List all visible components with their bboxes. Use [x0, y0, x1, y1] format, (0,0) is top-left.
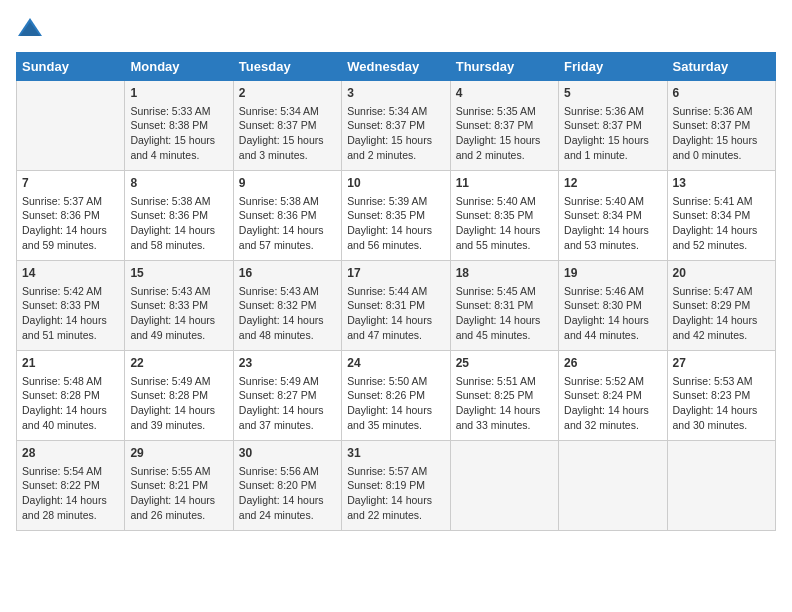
calendar-cell: 30Sunrise: 5:56 AMSunset: 8:20 PMDayligh…: [233, 441, 341, 531]
day-number: 9: [239, 175, 336, 192]
calendar-cell: 4Sunrise: 5:35 AMSunset: 8:37 PMDaylight…: [450, 81, 558, 171]
calendar-cell: [667, 441, 775, 531]
day-number: 17: [347, 265, 444, 282]
calendar-cell: 21Sunrise: 5:48 AMSunset: 8:28 PMDayligh…: [17, 351, 125, 441]
logo: [16, 16, 48, 40]
day-number: 11: [456, 175, 553, 192]
cell-content: Sunrise: 5:46 AMSunset: 8:30 PMDaylight:…: [564, 284, 661, 343]
calendar-cell: 23Sunrise: 5:49 AMSunset: 8:27 PMDayligh…: [233, 351, 341, 441]
calendar-cell: 27Sunrise: 5:53 AMSunset: 8:23 PMDayligh…: [667, 351, 775, 441]
calendar-cell: 11Sunrise: 5:40 AMSunset: 8:35 PMDayligh…: [450, 171, 558, 261]
weekday-header-tuesday: Tuesday: [233, 53, 341, 81]
calendar-cell: 24Sunrise: 5:50 AMSunset: 8:26 PMDayligh…: [342, 351, 450, 441]
cell-content: Sunrise: 5:49 AMSunset: 8:27 PMDaylight:…: [239, 374, 336, 433]
calendar-cell: [17, 81, 125, 171]
cell-content: Sunrise: 5:57 AMSunset: 8:19 PMDaylight:…: [347, 464, 444, 523]
cell-content: Sunrise: 5:39 AMSunset: 8:35 PMDaylight:…: [347, 194, 444, 253]
cell-content: Sunrise: 5:43 AMSunset: 8:32 PMDaylight:…: [239, 284, 336, 343]
calendar-cell: 3Sunrise: 5:34 AMSunset: 8:37 PMDaylight…: [342, 81, 450, 171]
weekday-header-friday: Friday: [559, 53, 667, 81]
weekday-header-saturday: Saturday: [667, 53, 775, 81]
calendar-table: SundayMondayTuesdayWednesdayThursdayFrid…: [16, 52, 776, 531]
weekday-header-monday: Monday: [125, 53, 233, 81]
cell-content: Sunrise: 5:38 AMSunset: 8:36 PMDaylight:…: [130, 194, 227, 253]
calendar-cell: 5Sunrise: 5:36 AMSunset: 8:37 PMDaylight…: [559, 81, 667, 171]
calendar-cell: [559, 441, 667, 531]
calendar-cell: 26Sunrise: 5:52 AMSunset: 8:24 PMDayligh…: [559, 351, 667, 441]
day-number: 16: [239, 265, 336, 282]
cell-content: Sunrise: 5:42 AMSunset: 8:33 PMDaylight:…: [22, 284, 119, 343]
calendar-cell: 17Sunrise: 5:44 AMSunset: 8:31 PMDayligh…: [342, 261, 450, 351]
day-number: 18: [456, 265, 553, 282]
cell-content: Sunrise: 5:55 AMSunset: 8:21 PMDaylight:…: [130, 464, 227, 523]
cell-content: Sunrise: 5:49 AMSunset: 8:28 PMDaylight:…: [130, 374, 227, 433]
day-number: 10: [347, 175, 444, 192]
weekday-header-wednesday: Wednesday: [342, 53, 450, 81]
calendar-cell: 25Sunrise: 5:51 AMSunset: 8:25 PMDayligh…: [450, 351, 558, 441]
weekday-header-thursday: Thursday: [450, 53, 558, 81]
cell-content: Sunrise: 5:53 AMSunset: 8:23 PMDaylight:…: [673, 374, 770, 433]
day-number: 8: [130, 175, 227, 192]
calendar-cell: 1Sunrise: 5:33 AMSunset: 8:38 PMDaylight…: [125, 81, 233, 171]
day-number: 29: [130, 445, 227, 462]
calendar-cell: 13Sunrise: 5:41 AMSunset: 8:34 PMDayligh…: [667, 171, 775, 261]
calendar-week-row: 14Sunrise: 5:42 AMSunset: 8:33 PMDayligh…: [17, 261, 776, 351]
calendar-cell: 20Sunrise: 5:47 AMSunset: 8:29 PMDayligh…: [667, 261, 775, 351]
weekday-header-row: SundayMondayTuesdayWednesdayThursdayFrid…: [17, 53, 776, 81]
calendar-cell: [450, 441, 558, 531]
day-number: 4: [456, 85, 553, 102]
calendar-cell: 31Sunrise: 5:57 AMSunset: 8:19 PMDayligh…: [342, 441, 450, 531]
cell-content: Sunrise: 5:41 AMSunset: 8:34 PMDaylight:…: [673, 194, 770, 253]
calendar-cell: 29Sunrise: 5:55 AMSunset: 8:21 PMDayligh…: [125, 441, 233, 531]
calendar-cell: 6Sunrise: 5:36 AMSunset: 8:37 PMDaylight…: [667, 81, 775, 171]
day-number: 12: [564, 175, 661, 192]
calendar-cell: 16Sunrise: 5:43 AMSunset: 8:32 PMDayligh…: [233, 261, 341, 351]
day-number: 24: [347, 355, 444, 372]
cell-content: Sunrise: 5:37 AMSunset: 8:36 PMDaylight:…: [22, 194, 119, 253]
cell-content: Sunrise: 5:54 AMSunset: 8:22 PMDaylight:…: [22, 464, 119, 523]
cell-content: Sunrise: 5:40 AMSunset: 8:34 PMDaylight:…: [564, 194, 661, 253]
cell-content: Sunrise: 5:36 AMSunset: 8:37 PMDaylight:…: [673, 104, 770, 163]
calendar-week-row: 7Sunrise: 5:37 AMSunset: 8:36 PMDaylight…: [17, 171, 776, 261]
cell-content: Sunrise: 5:47 AMSunset: 8:29 PMDaylight:…: [673, 284, 770, 343]
day-number: 7: [22, 175, 119, 192]
day-number: 31: [347, 445, 444, 462]
cell-content: Sunrise: 5:35 AMSunset: 8:37 PMDaylight:…: [456, 104, 553, 163]
day-number: 26: [564, 355, 661, 372]
calendar-week-row: 21Sunrise: 5:48 AMSunset: 8:28 PMDayligh…: [17, 351, 776, 441]
calendar-week-row: 1Sunrise: 5:33 AMSunset: 8:38 PMDaylight…: [17, 81, 776, 171]
cell-content: Sunrise: 5:38 AMSunset: 8:36 PMDaylight:…: [239, 194, 336, 253]
calendar-cell: 10Sunrise: 5:39 AMSunset: 8:35 PMDayligh…: [342, 171, 450, 261]
logo-icon: [16, 16, 44, 40]
calendar-cell: 15Sunrise: 5:43 AMSunset: 8:33 PMDayligh…: [125, 261, 233, 351]
cell-content: Sunrise: 5:33 AMSunset: 8:38 PMDaylight:…: [130, 104, 227, 163]
calendar-week-row: 28Sunrise: 5:54 AMSunset: 8:22 PMDayligh…: [17, 441, 776, 531]
day-number: 21: [22, 355, 119, 372]
calendar-cell: 7Sunrise: 5:37 AMSunset: 8:36 PMDaylight…: [17, 171, 125, 261]
day-number: 28: [22, 445, 119, 462]
cell-content: Sunrise: 5:44 AMSunset: 8:31 PMDaylight:…: [347, 284, 444, 343]
page-header: [16, 16, 776, 40]
day-number: 14: [22, 265, 119, 282]
cell-content: Sunrise: 5:50 AMSunset: 8:26 PMDaylight:…: [347, 374, 444, 433]
calendar-cell: 18Sunrise: 5:45 AMSunset: 8:31 PMDayligh…: [450, 261, 558, 351]
calendar-cell: 2Sunrise: 5:34 AMSunset: 8:37 PMDaylight…: [233, 81, 341, 171]
cell-content: Sunrise: 5:51 AMSunset: 8:25 PMDaylight:…: [456, 374, 553, 433]
calendar-header: SundayMondayTuesdayWednesdayThursdayFrid…: [17, 53, 776, 81]
cell-content: Sunrise: 5:34 AMSunset: 8:37 PMDaylight:…: [239, 104, 336, 163]
weekday-header-sunday: Sunday: [17, 53, 125, 81]
day-number: 1: [130, 85, 227, 102]
day-number: 27: [673, 355, 770, 372]
cell-content: Sunrise: 5:36 AMSunset: 8:37 PMDaylight:…: [564, 104, 661, 163]
calendar-cell: 9Sunrise: 5:38 AMSunset: 8:36 PMDaylight…: [233, 171, 341, 261]
calendar-cell: 22Sunrise: 5:49 AMSunset: 8:28 PMDayligh…: [125, 351, 233, 441]
calendar-cell: 28Sunrise: 5:54 AMSunset: 8:22 PMDayligh…: [17, 441, 125, 531]
day-number: 13: [673, 175, 770, 192]
day-number: 23: [239, 355, 336, 372]
calendar-cell: 14Sunrise: 5:42 AMSunset: 8:33 PMDayligh…: [17, 261, 125, 351]
day-number: 5: [564, 85, 661, 102]
cell-content: Sunrise: 5:43 AMSunset: 8:33 PMDaylight:…: [130, 284, 227, 343]
cell-content: Sunrise: 5:45 AMSunset: 8:31 PMDaylight:…: [456, 284, 553, 343]
calendar-cell: 8Sunrise: 5:38 AMSunset: 8:36 PMDaylight…: [125, 171, 233, 261]
day-number: 3: [347, 85, 444, 102]
